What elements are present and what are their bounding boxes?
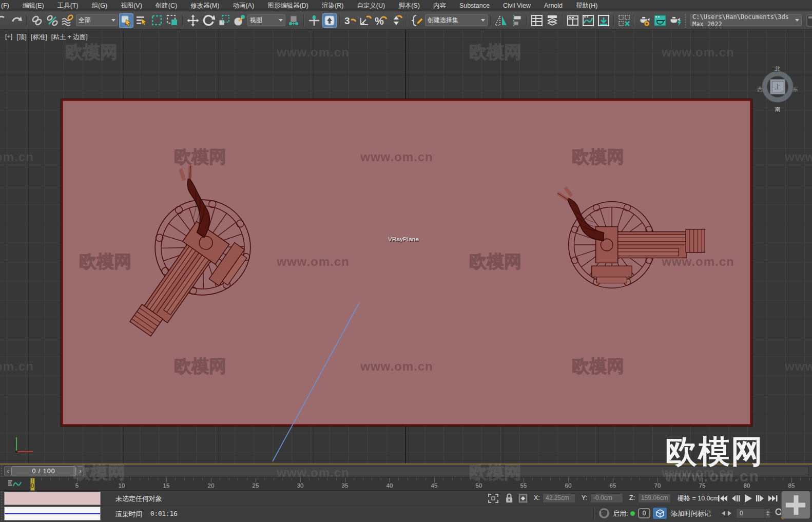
degradation-value-badge[interactable]: 0 bbox=[638, 508, 650, 518]
adaptive-degradation-icon[interactable] bbox=[598, 508, 610, 521]
reference-coordinate-dropdown[interactable]: 视图 bbox=[247, 14, 285, 26]
ribbon-toggle-button[interactable] bbox=[566, 13, 580, 28]
viewport-pov-menu[interactable]: [顶] bbox=[16, 33, 26, 42]
play-button[interactable] bbox=[743, 492, 753, 505]
viewport-shading-menu[interactable]: [粘土 + 边面] bbox=[51, 33, 88, 42]
select-link-icon[interactable] bbox=[30, 13, 44, 28]
time-slider-handle[interactable]: 0 / 100 bbox=[11, 466, 76, 476]
trackbar-number: 60 bbox=[560, 482, 576, 489]
viewcube-top-face[interactable]: 上 bbox=[770, 79, 785, 94]
menu-create[interactable]: 创建(C) bbox=[149, 0, 184, 11]
material-editor-button[interactable] bbox=[617, 13, 631, 28]
mini-curve-editor-button[interactable] bbox=[6, 479, 24, 489]
viewcube-east-label[interactable]: 东 bbox=[792, 86, 798, 93]
select-object-button[interactable] bbox=[119, 13, 133, 28]
menu-edit[interactable]: 编辑(E) bbox=[16, 0, 51, 11]
mirror-button[interactable] bbox=[494, 13, 508, 28]
viewport-general-menu[interactable]: [+] bbox=[5, 33, 12, 42]
use-pivot-point-center-button[interactable] bbox=[286, 13, 301, 28]
spline-helper-line[interactable] bbox=[273, 303, 359, 461]
snap-toggle-3d-button[interactable]: 3 bbox=[343, 13, 357, 28]
selection-filter-dropdown[interactable]: 全部 bbox=[76, 14, 118, 26]
menu-group[interactable]: 组(G) bbox=[85, 0, 114, 11]
trackbar-ticks bbox=[30, 478, 812, 482]
menu-tools[interactable]: 工具(T) bbox=[51, 0, 85, 11]
y-coord-field[interactable]: -0.0cm bbox=[590, 493, 623, 503]
menu-scripting[interactable]: 脚本(S) bbox=[392, 0, 427, 11]
menu-help[interactable]: 帮助(H) bbox=[569, 0, 604, 11]
menu-rendering[interactable]: 渲染(R) bbox=[315, 0, 350, 11]
align-button[interactable] bbox=[509, 13, 524, 28]
select-and-scale-button[interactable] bbox=[217, 13, 231, 28]
render-time-value: 0:01:16 bbox=[150, 510, 178, 517]
spinner-snap-toggle-button[interactable] bbox=[389, 13, 403, 28]
previous-frame-arrow[interactable]: ‹ bbox=[4, 466, 12, 476]
rendered-frame-window-button[interactable] bbox=[653, 13, 667, 28]
project-folder-dropdown[interactable]: C:\Users\Han\Documents\3ds Max 2022 bbox=[690, 14, 802, 26]
go-to-end-button[interactable] bbox=[768, 492, 778, 505]
select-and-place-button[interactable] bbox=[232, 13, 246, 28]
trackbar-number: 70 bbox=[650, 482, 665, 489]
gun-model-right[interactable] bbox=[557, 187, 705, 288]
macro-recorder-pane[interactable] bbox=[4, 492, 101, 505]
divider bbox=[593, 508, 594, 520]
unlink-icon[interactable] bbox=[45, 13, 60, 28]
selection-lock-toggle[interactable] bbox=[504, 493, 514, 506]
select-by-name-button[interactable] bbox=[134, 13, 149, 28]
menu-graph-editors[interactable]: 图形编辑器(D) bbox=[261, 0, 315, 11]
previous-frame-button[interactable] bbox=[731, 492, 740, 505]
gun-model-left[interactable] bbox=[92, 162, 276, 359]
schematic-view-button[interactable] bbox=[596, 13, 611, 28]
z-coord-field[interactable]: 159.06cm bbox=[638, 493, 671, 503]
time-slider-track[interactable] bbox=[3, 466, 809, 476]
named-selection-set-dropdown[interactable]: 创建选择集 bbox=[425, 14, 488, 26]
viewcube-north-label[interactable]: 北 bbox=[775, 65, 781, 73]
layer-explorer-button[interactable] bbox=[545, 13, 559, 28]
next-frame-button[interactable] bbox=[756, 492, 765, 505]
selection-lock-region-icon[interactable] bbox=[488, 493, 499, 506]
next-frame-arrow[interactable]: › bbox=[76, 466, 84, 476]
select-and-move-button[interactable] bbox=[186, 13, 200, 28]
viewcube[interactable]: 上 北 南 西 东 bbox=[758, 67, 797, 110]
track-bar[interactable]: 0 5 10 15 20 25 30 35 40 45 50 55 60 65 … bbox=[0, 478, 812, 491]
select-and-rotate-button[interactable] bbox=[201, 13, 216, 28]
keyboard-shortcut-override-toggle[interactable] bbox=[322, 13, 337, 28]
clipped-toolbar-icon[interactable] bbox=[803, 13, 812, 28]
render-production-button[interactable] bbox=[668, 13, 683, 28]
menu-file[interactable]: (F) bbox=[0, 0, 16, 11]
key-step-arrows[interactable] bbox=[721, 510, 732, 516]
curve-editor-button[interactable] bbox=[581, 13, 595, 28]
menu-views[interactable]: 视图(V) bbox=[114, 0, 149, 11]
add-time-tag[interactable]: 添加时间标记 bbox=[671, 509, 711, 518]
menu-customize[interactable]: 自定义(U) bbox=[350, 0, 392, 11]
menu-substance[interactable]: Substance bbox=[453, 0, 496, 11]
select-and-manipulate-button[interactable] bbox=[307, 13, 321, 28]
bind-spacewarp-icon[interactable] bbox=[61, 13, 75, 28]
undo-icon[interactable] bbox=[0, 13, 8, 28]
angle-snap-toggle-button[interactable] bbox=[358, 13, 373, 28]
window-crossing-toggle[interactable] bbox=[165, 13, 180, 28]
isolate-selection-toggle[interactable] bbox=[653, 508, 667, 519]
menu-civil-view[interactable]: Civil View bbox=[496, 0, 537, 11]
maximize-viewport-toggle[interactable] bbox=[781, 491, 810, 519]
viewcube-west-label[interactable]: 西 bbox=[757, 86, 763, 93]
menu-content[interactable]: 内容 bbox=[427, 0, 453, 11]
maxscript-mini-listener[interactable] bbox=[4, 507, 101, 520]
redo-icon[interactable] bbox=[9, 13, 24, 28]
menu-modifiers[interactable]: 修改器(M) bbox=[184, 0, 226, 11]
rectangular-selection-region-button[interactable] bbox=[150, 13, 164, 28]
render-setup-button[interactable] bbox=[637, 13, 652, 28]
frame-spinner[interactable] bbox=[765, 509, 770, 518]
menu-animation[interactable]: 动画(A) bbox=[226, 0, 261, 11]
percent-snap-toggle-button[interactable]: % bbox=[374, 13, 388, 28]
viewport-standard-menu[interactable]: [标准] bbox=[31, 33, 47, 42]
scene-explorer-button[interactable] bbox=[530, 13, 544, 28]
x-coord-field[interactable]: 42.25cm bbox=[543, 493, 575, 503]
absolute-offset-mode-toggle[interactable] bbox=[517, 493, 529, 504]
viewcube-south-label[interactable]: 南 bbox=[775, 106, 781, 113]
viewport-top[interactable]: VRayPlane [+] [顶] [标准] [粘土 + 边面] 上 北 南 西… bbox=[0, 30, 812, 463]
menu-arnold[interactable]: Arnold bbox=[537, 0, 569, 11]
current-frame-field[interactable]: 0 bbox=[736, 508, 771, 518]
edit-named-selection-sets-button[interactable] bbox=[410, 13, 424, 28]
go-to-start-button[interactable] bbox=[718, 492, 728, 505]
